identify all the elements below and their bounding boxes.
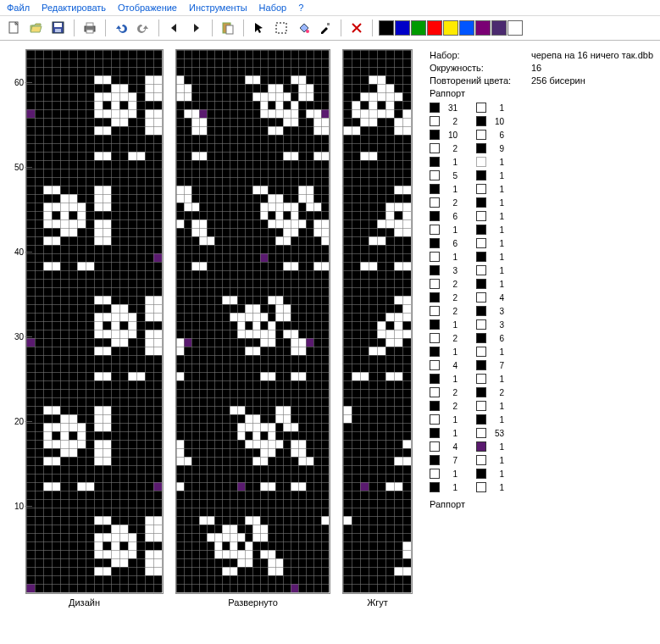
redo-icon[interactable] [134,19,153,37]
circ-label: Окружность: [430,62,531,75]
menu-tools[interactable]: Инструменты [189,3,247,13]
rapport-item: 1 [476,197,504,208]
toolbar [0,16,660,41]
set-label: Набор: [430,49,531,62]
swatch-0[interactable] [379,20,394,36]
rapport-item: 7 [430,454,458,466]
swatch-2[interactable] [411,20,426,36]
new-icon[interactable] [5,19,24,37]
unfolded-column: Развернуто [175,49,330,608]
rapport-item: 1 [430,414,458,425]
svg-rect-8 [226,25,233,34]
workspace: 605040302010 Дизайн Развернуто Жгут Набо… [0,41,660,611]
rapport-item: 1 [476,183,504,195]
rapport-item: 1 [476,210,504,222]
menu-file[interactable]: Файл [7,3,30,13]
pointer-icon[interactable] [250,19,269,37]
rope-label: Жгут [367,597,388,608]
color-palette [379,20,523,36]
rapport-item: 1 [430,481,458,493]
rapport-item: 5 [430,169,458,181]
rapport-item: 31 [430,102,458,114]
swatch-1[interactable] [395,20,410,36]
menu-help[interactable]: ? [298,3,303,13]
rapport-item: 1 [430,251,458,263]
rapport-item: 3 [476,319,504,330]
prev-icon[interactable] [165,19,184,37]
open-icon[interactable] [27,19,46,37]
menu-set[interactable]: Набор [259,3,287,13]
svg-rect-9 [276,23,286,33]
rapport-table: 3121021512616132221214122114711 11069111… [430,102,653,493]
rep-label: Повторений цвета: [430,75,531,87]
rapport-item: 3 [430,264,458,276]
rapport-item: 1 [476,237,504,249]
delete-icon[interactable] [347,19,366,37]
rope-grid[interactable] [342,49,413,594]
rapport-item: 4 [430,441,458,452]
rapport-item: 6 [476,332,504,344]
paste-icon[interactable] [219,19,237,37]
next-icon[interactable] [187,19,206,37]
rapport-label: Раппорт [430,498,653,511]
rapport-item: 1 [476,454,504,466]
svg-rect-3 [55,29,61,32]
set-value: черепа на 16 ничего так.dbb [531,49,653,62]
rapport-item: 6 [430,210,458,222]
svg-point-10 [306,30,309,33]
rapport-item: 2 [430,142,458,154]
rapport-item: 2 [430,386,458,398]
rapport-item: 2 [430,291,458,303]
rapport-item: 1 [430,183,458,195]
circ-value: 16 [531,62,541,75]
unfolded-label: Развернуто [228,597,278,608]
rapport-item: 1 [476,414,504,425]
rope-column: Жгут [342,49,413,608]
swatch-3[interactable] [427,20,442,36]
rapport-item: 1 [476,468,504,480]
design-label: Дизайн [69,597,100,608]
rapport-item: 7 [476,359,504,371]
rapport-item: 1 [430,319,458,330]
bucket-icon[interactable] [294,19,313,37]
rapport-item: 1 [476,156,504,168]
svg-rect-2 [54,23,62,27]
undo-icon[interactable] [112,19,130,37]
marquee-icon[interactable] [272,19,291,37]
rapport-item: 9 [476,142,504,154]
rapport-item: 1 [430,224,458,236]
rapport-item: 1 [430,373,458,385]
swatch-6[interactable] [475,20,491,36]
rapport-item: 1 [430,156,458,168]
rapport-item: 2 [430,400,458,412]
rapport-item: 4 [430,359,458,371]
unfolded-grid[interactable] [175,49,330,594]
rep-value: 256 бисерин [531,75,585,87]
save-icon[interactable] [49,19,68,37]
rapport-item: 6 [476,129,504,141]
rapport-item: 53 [476,427,504,439]
rapport-item: 1 [476,169,504,181]
row-ruler: 605040302010 [5,49,25,591]
design-grid[interactable] [25,49,164,594]
swatch-7[interactable] [491,20,507,36]
rapport-item: 3 [476,305,504,317]
rapport-item: 2 [430,305,458,317]
rapport-item: 1 [476,441,504,452]
eyedropper-icon[interactable] [316,19,335,37]
rapport-item: 1 [476,102,504,114]
swatch-4[interactable] [443,20,458,36]
rapport-item: 1 [430,427,458,439]
rapport-item: 2 [430,115,458,127]
rapport-item: 6 [430,237,458,249]
rapport-item: 1 [476,264,504,276]
swatch-5[interactable] [459,20,474,36]
menu-edit[interactable]: Редактировать [42,3,106,13]
rapport-item: 1 [476,400,504,412]
menu-view[interactable]: Отображение [118,3,177,13]
rapport-item: 1 [476,278,504,290]
info-panel: Набор:черепа на 16 ничего так.dbb Окружн… [424,49,653,608]
swatch-8[interactable] [507,20,523,36]
print-icon[interactable] [80,19,99,37]
rapport-item: 1 [476,373,504,385]
